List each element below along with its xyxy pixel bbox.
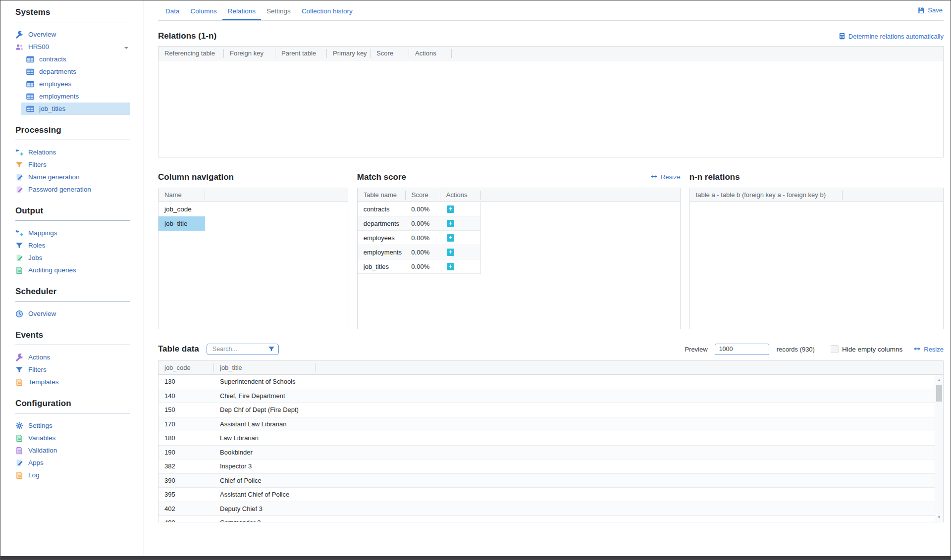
vertical-scrollbar[interactable]: ▲ ▼ <box>935 375 943 522</box>
sidebar-item-variables[interactable]: Variables <box>15 432 130 444</box>
table-row[interactable]: 382Inspector 3 <box>158 459 943 474</box>
job-code-cell: 180 <box>158 434 214 442</box>
table-row[interactable]: 395Assistant Chief of Police <box>158 488 943 502</box>
sidebar-item-filters[interactable]: Filters <box>15 158 130 171</box>
column-navigation-row[interactable]: job_code <box>158 202 348 216</box>
table-row[interactable]: 402Deputy Chief 3 <box>158 502 943 516</box>
docpen-blue-icon <box>15 173 23 181</box>
job-code-cell: 150 <box>158 406 214 413</box>
match-table-name: job_titles <box>358 263 406 270</box>
table-row[interactable]: 390Chief of Police <box>158 474 943 488</box>
relations-column-header: Foreign key <box>224 49 275 58</box>
table-row[interactable]: 130Superintendent of Schools <box>158 375 943 389</box>
sidebar-item-roles[interactable]: Roles <box>15 239 130 252</box>
sidebar-item-departments[interactable]: departments <box>15 65 130 78</box>
match-score-rows: contracts0.00%+departments0.00%+employee… <box>358 202 481 274</box>
search-box[interactable] <box>207 344 279 355</box>
table-row[interactable]: 180Law Librarian <box>158 431 943 446</box>
match-score-resize-button[interactable]: Resize <box>650 173 681 181</box>
match-table-name: contracts <box>358 205 406 213</box>
add-relation-button[interactable]: + <box>447 205 454 213</box>
sidebar-item-overview[interactable]: Overview <box>15 28 130 41</box>
sidebar-item-scheduler-overview[interactable]: Overview <box>15 307 130 320</box>
sidebar-item-hr500[interactable]: HR500 <box>15 41 130 53</box>
sidebar-item-log[interactable]: Log <box>15 469 130 481</box>
search-funnel-icon[interactable] <box>268 346 275 353</box>
sidebar-item-mappings[interactable]: Mappings <box>15 227 130 239</box>
sidebar-item-validation[interactable]: Validation <box>15 444 130 457</box>
table-row[interactable]: 190Bookbinder <box>158 446 943 460</box>
tab-collection-history[interactable]: Collection history <box>296 7 358 20</box>
sidebar-item-event-filters[interactable]: Filters <box>15 363 130 376</box>
sidebar-item-label: Filters <box>28 366 47 373</box>
sidebar-item-apps[interactable]: Apps <box>15 457 130 469</box>
job-code-cell: 395 <box>158 491 214 498</box>
sidebar-section-title: Systems <box>15 7 130 17</box>
sidebar-item-job_titles[interactable]: job_titles <box>21 102 130 115</box>
chevron-down-icon[interactable] <box>124 45 130 50</box>
add-relation-button[interactable]: + <box>447 249 454 256</box>
sidebar-item-password-generation[interactable]: Password generation <box>15 183 130 196</box>
add-relation-button[interactable]: + <box>447 220 454 227</box>
table-row[interactable]: 140Chief, Fire Department <box>158 389 943 404</box>
job-title-cell: Chief, Fire Department <box>214 392 316 400</box>
add-relation-button[interactable]: + <box>447 263 454 270</box>
docpen-purple-icon <box>15 186 23 194</box>
sidebar-item-label: HR500 <box>28 43 49 51</box>
nn-relations-column-header: table a - table b (foreign key a - forei… <box>690 191 843 200</box>
preview-label: Preview <box>685 346 707 353</box>
sidebar-item-settings[interactable]: Settings <box>15 419 130 432</box>
sidebar-section-title: Scheduler <box>15 287 130 297</box>
sidebar-item-auditing-queries[interactable]: Auditing queries <box>15 264 130 276</box>
determine-relations-button[interactable]: Determine relations automatically <box>839 33 944 40</box>
resize-arrows-icon <box>650 173 658 181</box>
funnel-blue-icon <box>15 366 23 374</box>
main-content: DataColumnsRelationsSettingsCollection h… <box>144 0 951 556</box>
table-blue-icon <box>26 68 34 76</box>
sidebar-item-jobs[interactable]: Jobs <box>15 252 130 264</box>
table-data-resize-button[interactable]: Resize <box>913 346 944 353</box>
wrench-purple-icon <box>15 354 23 361</box>
sidebar-item-label: departments <box>39 68 76 75</box>
sidebar-item-employments[interactable]: employments <box>15 90 130 102</box>
job-title-cell: Superintendent of Schools <box>214 378 316 385</box>
table-row[interactable]: 150Dep Chf of Dept (Fire Dept) <box>158 403 943 417</box>
sidebar-item-label: employees <box>39 80 71 88</box>
column-navigation-row[interactable]: job_title <box>158 216 348 231</box>
table-data-column-header: job_code <box>158 363 214 372</box>
nn-relations-panel: n-n relations table a - table b (foreign… <box>689 172 944 329</box>
job-title-cell: Assistant Law Librarian <box>214 420 316 428</box>
save-button[interactable]: Save <box>918 6 943 14</box>
sidebar-item-name-generation[interactable]: Name generation <box>15 171 130 183</box>
table-data-header-filler <box>316 361 943 374</box>
arrows-cyan-icon <box>15 229 23 237</box>
hide-empty-columns-checkbox[interactable] <box>831 345 839 353</box>
funnel-orange-icon <box>15 161 23 169</box>
scrollbar-thumb[interactable] <box>936 385 942 402</box>
sidebar-item-employees[interactable]: employees <box>15 78 130 90</box>
sidebar-section-title: Processing <box>15 125 130 135</box>
tab-relations[interactable]: Relations <box>222 7 261 20</box>
match-table-name: departments <box>358 220 406 227</box>
job-title-cell: Commander 3 <box>214 519 316 522</box>
job-title-cell: Deputy Chief 3 <box>214 505 316 512</box>
table-row[interactable]: 490Commander 3 <box>158 516 943 522</box>
add-relation-button[interactable]: + <box>447 234 454 242</box>
job-code-cell: 130 <box>158 378 214 385</box>
scroll-down-arrow-icon[interactable]: ▼ <box>935 513 943 521</box>
preview-count-input[interactable] <box>715 344 769 355</box>
scroll-up-arrow-icon[interactable]: ▲ <box>935 376 943 384</box>
search-input[interactable] <box>211 345 265 353</box>
tab-settings[interactable]: Settings <box>261 7 296 20</box>
sidebar-item-contracts[interactable]: contracts <box>15 53 130 65</box>
sidebar-item-actions[interactable]: Actions <box>15 351 130 363</box>
match-score-value: 0.00% <box>405 205 440 213</box>
table-data-column-header: job_title <box>214 363 316 372</box>
relations-table: Referencing tableForeign keyParent table… <box>158 46 944 157</box>
tab-columns[interactable]: Columns <box>185 7 222 20</box>
tab-data[interactable]: Data <box>160 7 185 20</box>
sidebar-item-templates[interactable]: Templates <box>15 376 130 388</box>
sidebar-item-relations[interactable]: Relations <box>15 146 130 158</box>
match-table-name: employees <box>358 234 406 242</box>
table-row[interactable]: 170Assistant Law Librarian <box>158 417 943 432</box>
